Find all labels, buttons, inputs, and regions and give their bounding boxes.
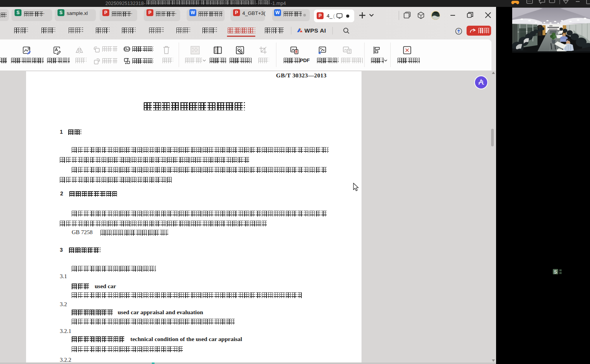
svg-text:S: S <box>554 269 557 275</box>
